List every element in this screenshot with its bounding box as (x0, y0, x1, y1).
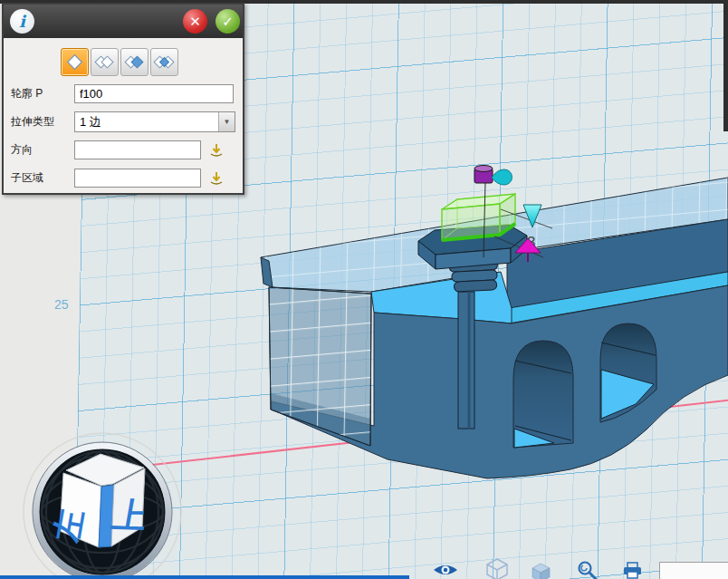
extrude-type-dropdown[interactable]: 1 边 ▼ (74, 111, 235, 132)
window-bottom-edge (0, 575, 409, 579)
direction-label: 方向 (11, 142, 74, 158)
subregion-label: 子区域 (11, 170, 74, 186)
window-right-edge (723, 0, 728, 131)
extrude-mode-symmetric-button[interactable] (120, 48, 148, 76)
subregion-pick-button[interactable] (206, 169, 226, 188)
print-icon[interactable] (624, 563, 641, 578)
cancel-x-icon: ✕ (189, 14, 201, 30)
view-cube-face-up-label[interactable]: 上 (108, 496, 150, 536)
bolt-shaft (458, 292, 474, 429)
direction-input[interactable] (74, 140, 201, 159)
corner-panel (659, 562, 728, 579)
extrude-mode-buttons (61, 48, 243, 76)
extrude-mode-mid-plane-button[interactable] (150, 48, 178, 76)
subregion-input[interactable] (74, 169, 201, 188)
cad-viewport: 25 (0, 0, 728, 579)
confirm-button[interactable]: ✓ (216, 9, 240, 34)
status-toolbar (434, 559, 641, 579)
pick-arrow-icon (209, 171, 224, 186)
profile-input[interactable] (74, 84, 234, 103)
cancel-button[interactable]: ✕ (183, 9, 207, 34)
info-icon[interactable]: i (10, 9, 34, 34)
extrude-mode-two-sides-button[interactable] (91, 48, 119, 76)
mid-plane-diamond-icon (153, 51, 176, 73)
profile-label: 轮廓 P (11, 86, 74, 101)
direction-droplet-handle (492, 169, 512, 185)
rotation-handle (474, 166, 512, 186)
shaded-display-icon[interactable] (532, 564, 550, 579)
extrude-dialog: i ✕ ✓ (2, 3, 244, 195)
bridge-arch-1[interactable] (513, 341, 573, 448)
two-sides-diamond-icon (93, 51, 116, 73)
extrusion-preview-cube[interactable] (442, 194, 515, 240)
one-side-diamond-icon (63, 51, 86, 73)
pick-arrow-icon (209, 143, 224, 158)
direction-pick-button[interactable] (206, 140, 226, 160)
dialog-titlebar[interactable]: i ✕ ✓ (4, 5, 243, 38)
extrude-type-label: 拉伸类型 (11, 114, 74, 130)
view-cube-widget[interactable]: 左 上 前 (24, 433, 181, 579)
visibility-eye-icon[interactable] (434, 565, 457, 574)
view-cube-face-left-label[interactable]: 左 (47, 507, 90, 546)
wireframe-display-icon[interactable] (487, 559, 507, 579)
extrude-type-value: 1 边 (75, 114, 218, 130)
symmetric-diamond-icon (123, 51, 146, 73)
zoom-tool-icon[interactable] (580, 563, 597, 579)
chevron-down-icon[interactable]: ▼ (218, 112, 235, 131)
extrude-mode-one-side-button[interactable] (61, 48, 89, 76)
confirm-check-icon: ✓ (222, 14, 234, 30)
